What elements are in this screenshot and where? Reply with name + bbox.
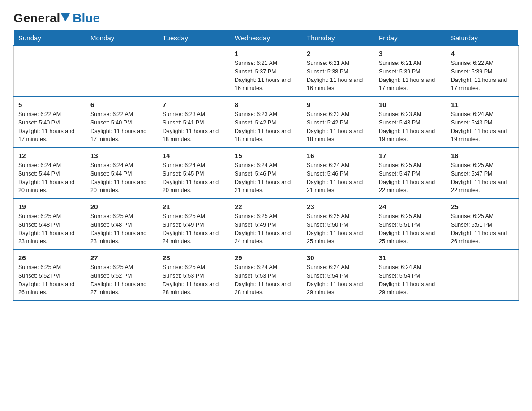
day-info: Sunrise: 6:24 AMSunset: 5:54 PMDaylight:… <box>307 263 369 297</box>
calendar-cell: 22Sunrise: 6:25 AMSunset: 5:49 PMDayligh… <box>230 199 302 250</box>
calendar-cell: 3Sunrise: 6:21 AMSunset: 5:39 PMDaylight… <box>374 46 446 97</box>
day-number: 8 <box>235 101 297 108</box>
day-of-week-header: Saturday <box>446 30 519 46</box>
day-info: Sunrise: 6:25 AMSunset: 5:48 PMDaylight:… <box>90 212 153 246</box>
day-number: 26 <box>18 254 81 261</box>
day-info: Sunrise: 6:25 AMSunset: 5:49 PMDaylight:… <box>163 212 225 246</box>
day-number: 19 <box>18 203 81 210</box>
day-info: Sunrise: 6:23 AMSunset: 5:41 PMDaylight:… <box>163 110 225 144</box>
calendar-cell: 18Sunrise: 6:25 AMSunset: 5:47 PMDayligh… <box>446 148 519 199</box>
calendar-cell: 4Sunrise: 6:22 AMSunset: 5:39 PMDaylight… <box>446 46 519 97</box>
calendar-cell: 28Sunrise: 6:25 AMSunset: 5:53 PMDayligh… <box>158 250 230 301</box>
day-number: 16 <box>307 152 369 159</box>
day-info: Sunrise: 6:24 AMSunset: 5:43 PMDaylight:… <box>451 110 514 144</box>
day-info: Sunrise: 6:25 AMSunset: 5:50 PMDaylight:… <box>307 212 369 246</box>
calendar-cell: 19Sunrise: 6:25 AMSunset: 5:48 PMDayligh… <box>14 199 86 250</box>
calendar-cell <box>14 46 86 97</box>
calendar-cell: 10Sunrise: 6:23 AMSunset: 5:43 PMDayligh… <box>374 97 446 148</box>
calendar-week-row: 5Sunrise: 6:22 AMSunset: 5:40 PMDaylight… <box>14 97 519 148</box>
day-info: Sunrise: 6:23 AMSunset: 5:43 PMDaylight:… <box>379 110 442 144</box>
day-number: 15 <box>235 152 297 159</box>
day-number: 4 <box>451 50 514 57</box>
day-info: Sunrise: 6:25 AMSunset: 5:49 PMDaylight:… <box>235 212 297 246</box>
day-info: Sunrise: 6:22 AMSunset: 5:39 PMDaylight:… <box>451 59 514 93</box>
day-number: 14 <box>163 152 225 159</box>
day-info: Sunrise: 6:24 AMSunset: 5:44 PMDaylight:… <box>18 161 81 195</box>
logo-general-text: General <box>13 11 60 26</box>
calendar-cell: 8Sunrise: 6:23 AMSunset: 5:42 PMDaylight… <box>230 97 302 148</box>
calendar-cell: 11Sunrise: 6:24 AMSunset: 5:43 PMDayligh… <box>446 97 519 148</box>
calendar-cell: 1Sunrise: 6:21 AMSunset: 5:37 PMDaylight… <box>230 46 302 97</box>
day-number: 9 <box>307 101 369 108</box>
day-number: 28 <box>163 254 225 261</box>
calendar-cell: 5Sunrise: 6:22 AMSunset: 5:40 PMDaylight… <box>14 97 86 148</box>
calendar-week-row: 19Sunrise: 6:25 AMSunset: 5:48 PMDayligh… <box>14 199 519 250</box>
calendar-cell <box>446 250 519 301</box>
day-number: 20 <box>90 203 153 210</box>
calendar-cell: 24Sunrise: 6:25 AMSunset: 5:51 PMDayligh… <box>374 199 446 250</box>
day-number: 25 <box>451 203 514 210</box>
day-of-week-header: Wednesday <box>230 30 302 46</box>
day-info: Sunrise: 6:24 AMSunset: 5:54 PMDaylight:… <box>379 263 442 297</box>
calendar-cell: 27Sunrise: 6:25 AMSunset: 5:52 PMDayligh… <box>86 250 158 301</box>
day-info: Sunrise: 6:25 AMSunset: 5:48 PMDaylight:… <box>18 212 81 246</box>
day-number: 17 <box>379 152 442 159</box>
calendar-week-row: 1Sunrise: 6:21 AMSunset: 5:37 PMDaylight… <box>14 46 519 97</box>
day-number: 5 <box>18 101 81 108</box>
day-of-week-header: Monday <box>86 30 158 46</box>
calendar-cell: 30Sunrise: 6:24 AMSunset: 5:54 PMDayligh… <box>302 250 374 301</box>
day-number: 29 <box>235 254 297 261</box>
calendar-week-row: 12Sunrise: 6:24 AMSunset: 5:44 PMDayligh… <box>14 148 519 199</box>
day-of-week-header: Thursday <box>302 30 374 46</box>
day-info: Sunrise: 6:25 AMSunset: 5:47 PMDaylight:… <box>451 161 514 195</box>
day-info: Sunrise: 6:21 AMSunset: 5:39 PMDaylight:… <box>379 59 442 93</box>
day-info: Sunrise: 6:25 AMSunset: 5:52 PMDaylight:… <box>18 263 81 297</box>
day-info: Sunrise: 6:21 AMSunset: 5:37 PMDaylight:… <box>235 59 297 93</box>
calendar-cell: 20Sunrise: 6:25 AMSunset: 5:48 PMDayligh… <box>86 199 158 250</box>
calendar-cell: 7Sunrise: 6:23 AMSunset: 5:41 PMDaylight… <box>158 97 230 148</box>
day-number: 2 <box>307 50 369 57</box>
day-info: Sunrise: 6:23 AMSunset: 5:42 PMDaylight:… <box>307 110 369 144</box>
calendar-cell: 21Sunrise: 6:25 AMSunset: 5:49 PMDayligh… <box>158 199 230 250</box>
day-of-week-header: Friday <box>374 30 446 46</box>
day-number: 18 <box>451 152 514 159</box>
calendar-cell: 31Sunrise: 6:24 AMSunset: 5:54 PMDayligh… <box>374 250 446 301</box>
day-number: 31 <box>379 254 442 261</box>
day-number: 30 <box>307 254 369 261</box>
logo: GeneralBlue <box>13 9 100 26</box>
day-number: 3 <box>379 50 442 57</box>
day-number: 12 <box>18 152 81 159</box>
calendar-cell: 17Sunrise: 6:25 AMSunset: 5:47 PMDayligh… <box>374 148 446 199</box>
day-info: Sunrise: 6:25 AMSunset: 5:53 PMDaylight:… <box>163 263 225 297</box>
day-number: 23 <box>307 203 369 210</box>
calendar-cell: 14Sunrise: 6:24 AMSunset: 5:45 PMDayligh… <box>158 148 230 199</box>
day-info: Sunrise: 6:24 AMSunset: 5:46 PMDaylight:… <box>307 161 369 195</box>
day-of-week-header: Sunday <box>14 30 86 46</box>
calendar-cell: 25Sunrise: 6:25 AMSunset: 5:51 PMDayligh… <box>446 199 519 250</box>
day-of-week-header: Tuesday <box>158 30 230 46</box>
day-info: Sunrise: 6:24 AMSunset: 5:53 PMDaylight:… <box>235 263 297 297</box>
day-info: Sunrise: 6:25 AMSunset: 5:51 PMDaylight:… <box>379 212 442 246</box>
day-info: Sunrise: 6:22 AMSunset: 5:40 PMDaylight:… <box>90 110 153 144</box>
page-header: GeneralBlue <box>13 9 519 26</box>
calendar-header-row: SundayMondayTuesdayWednesdayThursdayFrid… <box>14 30 519 46</box>
day-info: Sunrise: 6:24 AMSunset: 5:44 PMDaylight:… <box>90 161 153 195</box>
day-info: Sunrise: 6:23 AMSunset: 5:42 PMDaylight:… <box>235 110 297 144</box>
calendar-cell: 16Sunrise: 6:24 AMSunset: 5:46 PMDayligh… <box>302 148 374 199</box>
day-info: Sunrise: 6:25 AMSunset: 5:51 PMDaylight:… <box>451 212 514 246</box>
day-number: 7 <box>163 101 225 108</box>
day-info: Sunrise: 6:25 AMSunset: 5:52 PMDaylight:… <box>90 263 153 297</box>
logo-blue-text: Blue <box>71 11 100 25</box>
day-number: 10 <box>379 101 442 108</box>
calendar-cell <box>86 46 158 97</box>
calendar-cell: 26Sunrise: 6:25 AMSunset: 5:52 PMDayligh… <box>14 250 86 301</box>
calendar-cell: 12Sunrise: 6:24 AMSunset: 5:44 PMDayligh… <box>14 148 86 199</box>
day-number: 11 <box>451 101 514 108</box>
calendar-cell: 15Sunrise: 6:24 AMSunset: 5:46 PMDayligh… <box>230 148 302 199</box>
day-number: 22 <box>235 203 297 210</box>
day-info: Sunrise: 6:25 AMSunset: 5:47 PMDaylight:… <box>379 161 442 195</box>
day-info: Sunrise: 6:24 AMSunset: 5:46 PMDaylight:… <box>235 161 297 195</box>
calendar-table: SundayMondayTuesdayWednesdayThursdayFrid… <box>13 30 519 301</box>
day-number: 27 <box>90 254 153 261</box>
day-info: Sunrise: 6:21 AMSunset: 5:38 PMDaylight:… <box>307 59 369 93</box>
